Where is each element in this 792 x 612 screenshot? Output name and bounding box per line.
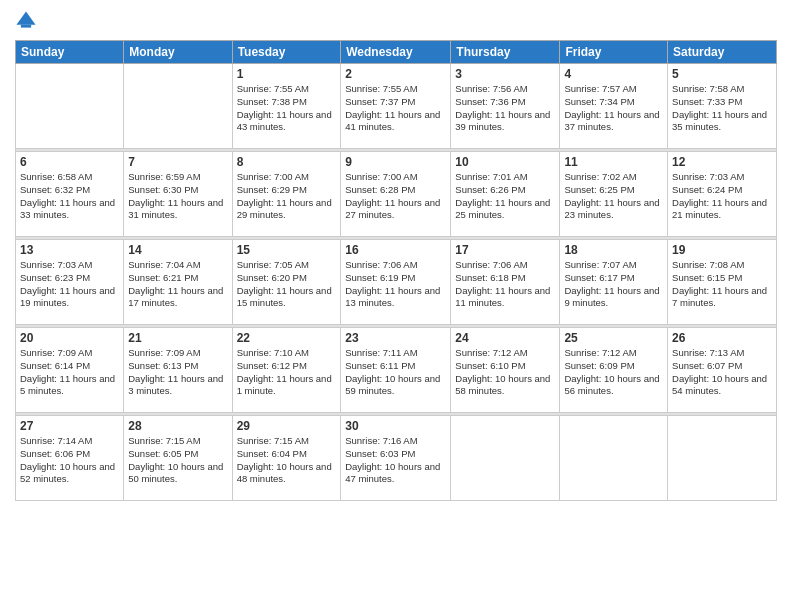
calendar-cell: 9Sunrise: 7:00 AMSunset: 6:28 PMDaylight… [341, 152, 451, 237]
day-number: 23 [345, 331, 446, 345]
svg-rect-1 [21, 25, 31, 28]
day-detail: Sunrise: 7:10 AMSunset: 6:12 PMDaylight:… [237, 347, 337, 398]
weekday-header-wednesday: Wednesday [341, 41, 451, 64]
day-number: 12 [672, 155, 772, 169]
day-detail: Sunrise: 7:56 AMSunset: 7:36 PMDaylight:… [455, 83, 555, 134]
day-detail: Sunrise: 7:03 AMSunset: 6:23 PMDaylight:… [20, 259, 119, 310]
day-number: 30 [345, 419, 446, 433]
day-detail: Sunrise: 7:03 AMSunset: 6:24 PMDaylight:… [672, 171, 772, 222]
day-detail: Sunrise: 7:01 AMSunset: 6:26 PMDaylight:… [455, 171, 555, 222]
day-detail: Sunrise: 7:15 AMSunset: 6:04 PMDaylight:… [237, 435, 337, 486]
day-number: 16 [345, 243, 446, 257]
calendar-cell: 13Sunrise: 7:03 AMSunset: 6:23 PMDayligh… [16, 240, 124, 325]
day-number: 22 [237, 331, 337, 345]
day-number: 11 [564, 155, 663, 169]
day-detail: Sunrise: 7:02 AMSunset: 6:25 PMDaylight:… [564, 171, 663, 222]
day-detail: Sunrise: 7:07 AMSunset: 6:17 PMDaylight:… [564, 259, 663, 310]
day-detail: Sunrise: 7:58 AMSunset: 7:33 PMDaylight:… [672, 83, 772, 134]
week-row-3: 20Sunrise: 7:09 AMSunset: 6:14 PMDayligh… [16, 328, 777, 413]
calendar-cell: 8Sunrise: 7:00 AMSunset: 6:29 PMDaylight… [232, 152, 341, 237]
calendar-cell: 11Sunrise: 7:02 AMSunset: 6:25 PMDayligh… [560, 152, 668, 237]
day-detail: Sunrise: 7:13 AMSunset: 6:07 PMDaylight:… [672, 347, 772, 398]
week-row-1: 6Sunrise: 6:58 AMSunset: 6:32 PMDaylight… [16, 152, 777, 237]
calendar-cell: 3Sunrise: 7:56 AMSunset: 7:36 PMDaylight… [451, 64, 560, 149]
header [15, 10, 777, 32]
calendar-cell: 12Sunrise: 7:03 AMSunset: 6:24 PMDayligh… [668, 152, 777, 237]
day-detail: Sunrise: 7:05 AMSunset: 6:20 PMDaylight:… [237, 259, 337, 310]
calendar-cell: 27Sunrise: 7:14 AMSunset: 6:06 PMDayligh… [16, 416, 124, 501]
day-number: 15 [237, 243, 337, 257]
calendar-cell: 30Sunrise: 7:16 AMSunset: 6:03 PMDayligh… [341, 416, 451, 501]
calendar-cell [560, 416, 668, 501]
day-number: 21 [128, 331, 227, 345]
weekday-header-thursday: Thursday [451, 41, 560, 64]
calendar-cell: 23Sunrise: 7:11 AMSunset: 6:11 PMDayligh… [341, 328, 451, 413]
day-number: 25 [564, 331, 663, 345]
day-number: 8 [237, 155, 337, 169]
day-number: 27 [20, 419, 119, 433]
calendar-cell: 19Sunrise: 7:08 AMSunset: 6:15 PMDayligh… [668, 240, 777, 325]
day-number: 18 [564, 243, 663, 257]
calendar-cell: 22Sunrise: 7:10 AMSunset: 6:12 PMDayligh… [232, 328, 341, 413]
calendar-cell: 6Sunrise: 6:58 AMSunset: 6:32 PMDaylight… [16, 152, 124, 237]
day-number: 10 [455, 155, 555, 169]
calendar-cell: 7Sunrise: 6:59 AMSunset: 6:30 PMDaylight… [124, 152, 232, 237]
svg-marker-0 [16, 11, 35, 24]
day-number: 13 [20, 243, 119, 257]
day-number: 3 [455, 67, 555, 81]
day-number: 20 [20, 331, 119, 345]
calendar-cell: 5Sunrise: 7:58 AMSunset: 7:33 PMDaylight… [668, 64, 777, 149]
calendar-cell: 10Sunrise: 7:01 AMSunset: 6:26 PMDayligh… [451, 152, 560, 237]
day-number: 19 [672, 243, 772, 257]
week-row-0: 1Sunrise: 7:55 AMSunset: 7:38 PMDaylight… [16, 64, 777, 149]
calendar-cell [668, 416, 777, 501]
day-detail: Sunrise: 7:16 AMSunset: 6:03 PMDaylight:… [345, 435, 446, 486]
day-detail: Sunrise: 7:06 AMSunset: 6:18 PMDaylight:… [455, 259, 555, 310]
weekday-header-friday: Friday [560, 41, 668, 64]
logo-icon [15, 10, 37, 32]
day-detail: Sunrise: 6:58 AMSunset: 6:32 PMDaylight:… [20, 171, 119, 222]
day-detail: Sunrise: 7:15 AMSunset: 6:05 PMDaylight:… [128, 435, 227, 486]
day-number: 2 [345, 67, 446, 81]
calendar-cell: 26Sunrise: 7:13 AMSunset: 6:07 PMDayligh… [668, 328, 777, 413]
calendar-cell [451, 416, 560, 501]
calendar-cell [16, 64, 124, 149]
day-number: 24 [455, 331, 555, 345]
day-number: 14 [128, 243, 227, 257]
day-number: 28 [128, 419, 227, 433]
logo [15, 10, 39, 32]
day-number: 5 [672, 67, 772, 81]
calendar-cell: 4Sunrise: 7:57 AMSunset: 7:34 PMDaylight… [560, 64, 668, 149]
day-number: 4 [564, 67, 663, 81]
day-detail: Sunrise: 7:09 AMSunset: 6:13 PMDaylight:… [128, 347, 227, 398]
calendar-cell: 25Sunrise: 7:12 AMSunset: 6:09 PMDayligh… [560, 328, 668, 413]
day-detail: Sunrise: 7:55 AMSunset: 7:38 PMDaylight:… [237, 83, 337, 134]
weekday-header-tuesday: Tuesday [232, 41, 341, 64]
calendar-cell: 15Sunrise: 7:05 AMSunset: 6:20 PMDayligh… [232, 240, 341, 325]
calendar-cell: 24Sunrise: 7:12 AMSunset: 6:10 PMDayligh… [451, 328, 560, 413]
calendar-cell: 14Sunrise: 7:04 AMSunset: 6:21 PMDayligh… [124, 240, 232, 325]
day-detail: Sunrise: 7:08 AMSunset: 6:15 PMDaylight:… [672, 259, 772, 310]
day-number: 1 [237, 67, 337, 81]
day-detail: Sunrise: 7:00 AMSunset: 6:29 PMDaylight:… [237, 171, 337, 222]
calendar-cell: 20Sunrise: 7:09 AMSunset: 6:14 PMDayligh… [16, 328, 124, 413]
day-detail: Sunrise: 7:55 AMSunset: 7:37 PMDaylight:… [345, 83, 446, 134]
calendar-cell: 16Sunrise: 7:06 AMSunset: 6:19 PMDayligh… [341, 240, 451, 325]
weekday-header-row: SundayMondayTuesdayWednesdayThursdayFrid… [16, 41, 777, 64]
calendar-cell: 29Sunrise: 7:15 AMSunset: 6:04 PMDayligh… [232, 416, 341, 501]
calendar-cell: 17Sunrise: 7:06 AMSunset: 6:18 PMDayligh… [451, 240, 560, 325]
day-number: 6 [20, 155, 119, 169]
day-detail: Sunrise: 7:11 AMSunset: 6:11 PMDaylight:… [345, 347, 446, 398]
day-detail: Sunrise: 7:57 AMSunset: 7:34 PMDaylight:… [564, 83, 663, 134]
day-detail: Sunrise: 7:14 AMSunset: 6:06 PMDaylight:… [20, 435, 119, 486]
day-number: 7 [128, 155, 227, 169]
week-row-4: 27Sunrise: 7:14 AMSunset: 6:06 PMDayligh… [16, 416, 777, 501]
day-detail: Sunrise: 6:59 AMSunset: 6:30 PMDaylight:… [128, 171, 227, 222]
weekday-header-sunday: Sunday [16, 41, 124, 64]
calendar-cell: 18Sunrise: 7:07 AMSunset: 6:17 PMDayligh… [560, 240, 668, 325]
calendar-cell [124, 64, 232, 149]
day-detail: Sunrise: 7:09 AMSunset: 6:14 PMDaylight:… [20, 347, 119, 398]
calendar-cell: 2Sunrise: 7:55 AMSunset: 7:37 PMDaylight… [341, 64, 451, 149]
day-number: 26 [672, 331, 772, 345]
day-number: 29 [237, 419, 337, 433]
